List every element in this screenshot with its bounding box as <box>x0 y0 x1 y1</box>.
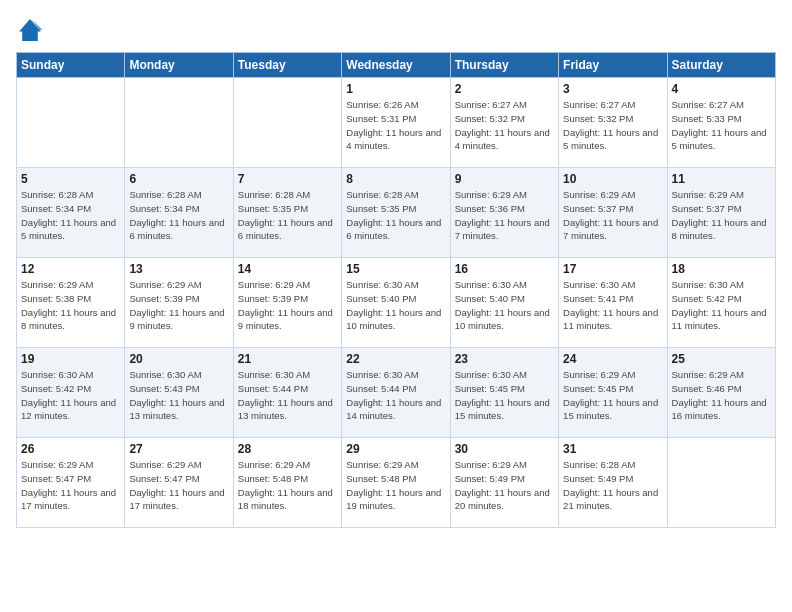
day-cell: 9Sunrise: 6:29 AMSunset: 5:36 PMDaylight… <box>450 168 558 258</box>
day-cell: 15Sunrise: 6:30 AMSunset: 5:40 PMDayligh… <box>342 258 450 348</box>
day-number: 13 <box>129 262 228 276</box>
day-cell: 20Sunrise: 6:30 AMSunset: 5:43 PMDayligh… <box>125 348 233 438</box>
day-info: Sunrise: 6:29 AMSunset: 5:49 PMDaylight:… <box>455 458 554 513</box>
day-info: Sunrise: 6:29 AMSunset: 5:39 PMDaylight:… <box>238 278 337 333</box>
day-info: Sunrise: 6:29 AMSunset: 5:48 PMDaylight:… <box>346 458 445 513</box>
day-number: 1 <box>346 82 445 96</box>
day-info: Sunrise: 6:28 AMSunset: 5:34 PMDaylight:… <box>21 188 120 243</box>
column-header-monday: Monday <box>125 53 233 78</box>
day-info: Sunrise: 6:30 AMSunset: 5:42 PMDaylight:… <box>21 368 120 423</box>
day-info: Sunrise: 6:28 AMSunset: 5:35 PMDaylight:… <box>346 188 445 243</box>
day-info: Sunrise: 6:27 AMSunset: 5:33 PMDaylight:… <box>672 98 771 153</box>
day-info: Sunrise: 6:29 AMSunset: 5:36 PMDaylight:… <box>455 188 554 243</box>
day-number: 18 <box>672 262 771 276</box>
column-header-saturday: Saturday <box>667 53 775 78</box>
day-number: 25 <box>672 352 771 366</box>
day-cell: 26Sunrise: 6:29 AMSunset: 5:47 PMDayligh… <box>17 438 125 528</box>
day-info: Sunrise: 6:29 AMSunset: 5:38 PMDaylight:… <box>21 278 120 333</box>
day-info: Sunrise: 6:28 AMSunset: 5:35 PMDaylight:… <box>238 188 337 243</box>
day-cell: 18Sunrise: 6:30 AMSunset: 5:42 PMDayligh… <box>667 258 775 348</box>
day-info: Sunrise: 6:27 AMSunset: 5:32 PMDaylight:… <box>563 98 662 153</box>
day-cell <box>667 438 775 528</box>
day-number: 20 <box>129 352 228 366</box>
day-info: Sunrise: 6:29 AMSunset: 5:46 PMDaylight:… <box>672 368 771 423</box>
day-info: Sunrise: 6:28 AMSunset: 5:34 PMDaylight:… <box>129 188 228 243</box>
day-cell: 21Sunrise: 6:30 AMSunset: 5:44 PMDayligh… <box>233 348 341 438</box>
day-number: 3 <box>563 82 662 96</box>
day-number: 5 <box>21 172 120 186</box>
day-number: 10 <box>563 172 662 186</box>
day-number: 14 <box>238 262 337 276</box>
day-number: 29 <box>346 442 445 456</box>
day-cell: 14Sunrise: 6:29 AMSunset: 5:39 PMDayligh… <box>233 258 341 348</box>
week-row-3: 12Sunrise: 6:29 AMSunset: 5:38 PMDayligh… <box>17 258 776 348</box>
logo-icon <box>16 16 44 44</box>
day-number: 8 <box>346 172 445 186</box>
day-number: 2 <box>455 82 554 96</box>
day-info: Sunrise: 6:30 AMSunset: 5:42 PMDaylight:… <box>672 278 771 333</box>
day-cell: 5Sunrise: 6:28 AMSunset: 5:34 PMDaylight… <box>17 168 125 258</box>
day-info: Sunrise: 6:30 AMSunset: 5:41 PMDaylight:… <box>563 278 662 333</box>
day-number: 15 <box>346 262 445 276</box>
day-number: 28 <box>238 442 337 456</box>
day-cell: 19Sunrise: 6:30 AMSunset: 5:42 PMDayligh… <box>17 348 125 438</box>
page-header <box>16 16 776 44</box>
day-info: Sunrise: 6:28 AMSunset: 5:49 PMDaylight:… <box>563 458 662 513</box>
column-header-friday: Friday <box>559 53 667 78</box>
day-number: 27 <box>129 442 228 456</box>
day-number: 26 <box>21 442 120 456</box>
day-cell: 31Sunrise: 6:28 AMSunset: 5:49 PMDayligh… <box>559 438 667 528</box>
day-cell: 8Sunrise: 6:28 AMSunset: 5:35 PMDaylight… <box>342 168 450 258</box>
column-header-sunday: Sunday <box>17 53 125 78</box>
day-cell: 27Sunrise: 6:29 AMSunset: 5:47 PMDayligh… <box>125 438 233 528</box>
day-cell: 3Sunrise: 6:27 AMSunset: 5:32 PMDaylight… <box>559 78 667 168</box>
day-number: 31 <box>563 442 662 456</box>
day-info: Sunrise: 6:29 AMSunset: 5:47 PMDaylight:… <box>129 458 228 513</box>
day-cell: 10Sunrise: 6:29 AMSunset: 5:37 PMDayligh… <box>559 168 667 258</box>
day-cell: 28Sunrise: 6:29 AMSunset: 5:48 PMDayligh… <box>233 438 341 528</box>
column-header-tuesday: Tuesday <box>233 53 341 78</box>
day-number: 19 <box>21 352 120 366</box>
day-info: Sunrise: 6:30 AMSunset: 5:44 PMDaylight:… <box>346 368 445 423</box>
column-header-wednesday: Wednesday <box>342 53 450 78</box>
day-info: Sunrise: 6:26 AMSunset: 5:31 PMDaylight:… <box>346 98 445 153</box>
day-number: 4 <box>672 82 771 96</box>
day-cell: 16Sunrise: 6:30 AMSunset: 5:40 PMDayligh… <box>450 258 558 348</box>
day-number: 9 <box>455 172 554 186</box>
day-number: 24 <box>563 352 662 366</box>
week-row-5: 26Sunrise: 6:29 AMSunset: 5:47 PMDayligh… <box>17 438 776 528</box>
day-cell: 30Sunrise: 6:29 AMSunset: 5:49 PMDayligh… <box>450 438 558 528</box>
day-info: Sunrise: 6:29 AMSunset: 5:47 PMDaylight:… <box>21 458 120 513</box>
day-cell <box>125 78 233 168</box>
column-header-thursday: Thursday <box>450 53 558 78</box>
day-cell: 25Sunrise: 6:29 AMSunset: 5:46 PMDayligh… <box>667 348 775 438</box>
day-number: 6 <box>129 172 228 186</box>
week-row-4: 19Sunrise: 6:30 AMSunset: 5:42 PMDayligh… <box>17 348 776 438</box>
day-info: Sunrise: 6:29 AMSunset: 5:48 PMDaylight:… <box>238 458 337 513</box>
day-cell: 7Sunrise: 6:28 AMSunset: 5:35 PMDaylight… <box>233 168 341 258</box>
day-cell: 12Sunrise: 6:29 AMSunset: 5:38 PMDayligh… <box>17 258 125 348</box>
day-number: 30 <box>455 442 554 456</box>
day-number: 23 <box>455 352 554 366</box>
day-number: 22 <box>346 352 445 366</box>
day-cell: 11Sunrise: 6:29 AMSunset: 5:37 PMDayligh… <box>667 168 775 258</box>
day-number: 11 <box>672 172 771 186</box>
day-cell: 2Sunrise: 6:27 AMSunset: 5:32 PMDaylight… <box>450 78 558 168</box>
day-cell: 6Sunrise: 6:28 AMSunset: 5:34 PMDaylight… <box>125 168 233 258</box>
day-info: Sunrise: 6:30 AMSunset: 5:44 PMDaylight:… <box>238 368 337 423</box>
calendar-header-row: SundayMondayTuesdayWednesdayThursdayFrid… <box>17 53 776 78</box>
day-cell: 22Sunrise: 6:30 AMSunset: 5:44 PMDayligh… <box>342 348 450 438</box>
day-info: Sunrise: 6:30 AMSunset: 5:40 PMDaylight:… <box>346 278 445 333</box>
day-number: 17 <box>563 262 662 276</box>
day-info: Sunrise: 6:30 AMSunset: 5:45 PMDaylight:… <box>455 368 554 423</box>
day-number: 16 <box>455 262 554 276</box>
logo <box>16 16 48 44</box>
day-info: Sunrise: 6:29 AMSunset: 5:39 PMDaylight:… <box>129 278 228 333</box>
day-number: 12 <box>21 262 120 276</box>
day-cell: 13Sunrise: 6:29 AMSunset: 5:39 PMDayligh… <box>125 258 233 348</box>
day-number: 7 <box>238 172 337 186</box>
svg-marker-0 <box>19 19 41 41</box>
day-info: Sunrise: 6:29 AMSunset: 5:37 PMDaylight:… <box>563 188 662 243</box>
day-cell: 4Sunrise: 6:27 AMSunset: 5:33 PMDaylight… <box>667 78 775 168</box>
day-info: Sunrise: 6:30 AMSunset: 5:40 PMDaylight:… <box>455 278 554 333</box>
